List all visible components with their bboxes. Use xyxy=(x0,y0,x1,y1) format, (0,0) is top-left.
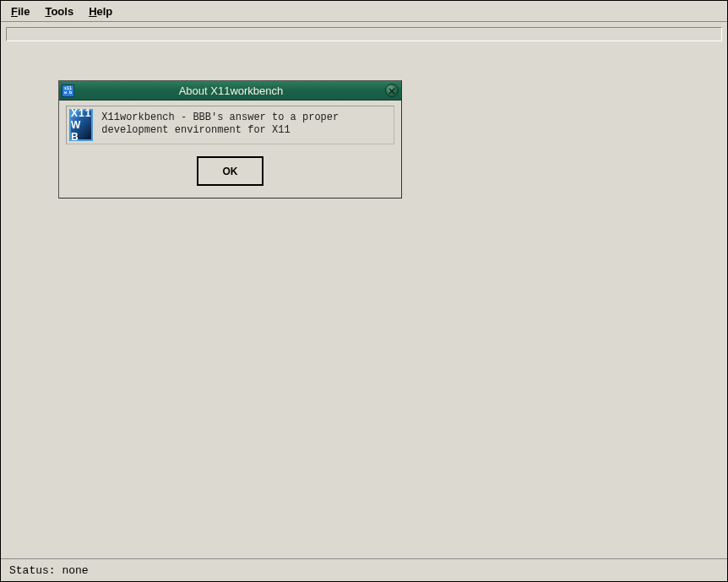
main-window: File Tools Help Status: none x11 w b Abo… xyxy=(0,0,728,582)
menu-file[interactable]: File xyxy=(11,5,30,18)
menu-tools[interactable]: Tools xyxy=(45,5,73,18)
app-icon: X11 W B xyxy=(69,109,93,141)
dialog-button-row: OK xyxy=(66,156,394,186)
dialog-content: X11 W B X11workbench - BBB's answer to a… xyxy=(66,106,394,144)
ok-button[interactable]: OK xyxy=(197,156,263,186)
menubar: File Tools Help xyxy=(1,1,727,22)
about-dialog: x11 w b About X11workbench X11 W B X11wo… xyxy=(58,80,402,199)
status-text: Status: none xyxy=(9,564,89,577)
dialog-body: X11 W B X11workbench - BBB's answer to a… xyxy=(59,101,401,198)
status-bar: Status: none xyxy=(1,558,727,581)
close-icon xyxy=(388,83,395,98)
dialog-titlebar[interactable]: x11 w b About X11workbench xyxy=(59,81,401,101)
close-button[interactable] xyxy=(385,84,399,97)
toolbar-inset xyxy=(6,27,722,41)
dialog-title: About X11workbench xyxy=(78,84,401,97)
menu-help[interactable]: Help xyxy=(89,5,112,18)
titlebar-app-icon: x11 w b xyxy=(62,84,74,97)
dialog-message: X11workbench - BBB's answer to a proper … xyxy=(101,109,391,137)
